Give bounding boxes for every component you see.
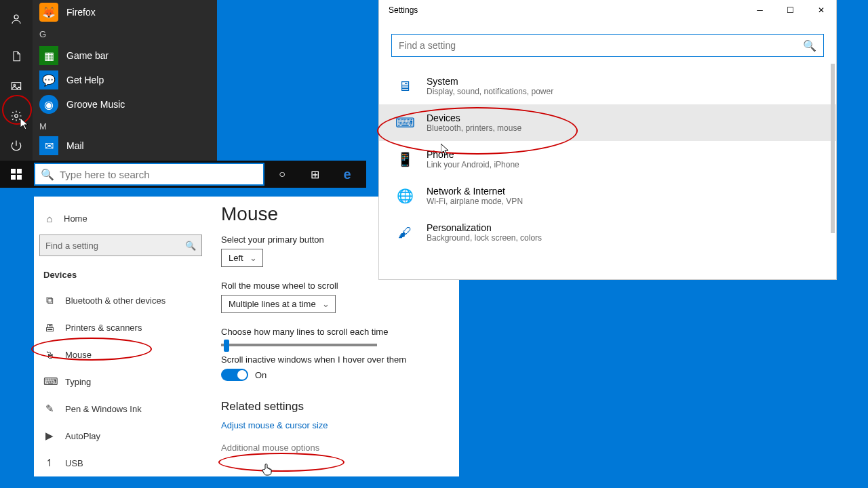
start-menu: 🦊 Firefox G ▦ Game bar 💬 Get Help ◉ Groo… — [0, 0, 217, 161]
taskbar: 🔍 ○ ⊞ e — [0, 161, 366, 188]
system-icon: 🖥 — [395, 77, 414, 96]
nav-printers[interactable]: 🖶 Printers & scanners — [39, 314, 212, 341]
app-label: Game bar — [66, 50, 108, 61]
mouse-settings-nav: ⌂ Home Find a setting 🔍 Devices ⧉ Blueto… — [34, 197, 217, 476]
find-setting-placeholder: Find a setting — [45, 241, 98, 251]
mail-icon: ✉ — [39, 136, 58, 155]
cat-devices[interactable]: ⌨ Devices Bluetooth, printers, mouse — [379, 104, 836, 141]
lines-slider[interactable] — [221, 344, 377, 346]
cat-personalization[interactable]: 🖌 Personalization Background, lock scree… — [379, 214, 836, 251]
toggle-state: On — [255, 370, 267, 380]
svg-point-0 — [14, 15, 18, 19]
primary-button-select[interactable]: Left — [221, 249, 263, 267]
link-adjust-cursor[interactable]: Adjust mouse & cursor size — [221, 420, 452, 430]
svg-rect-5 — [17, 169, 22, 174]
printer-icon: 🖶 — [43, 322, 56, 333]
pictures-icon[interactable] — [3, 73, 30, 100]
search-icon: 🔍 — [185, 241, 196, 251]
network-icon: 🌐 — [395, 186, 414, 205]
titlebar: Settings ─ ☐ ✕ — [379, 0, 836, 20]
app-firefox[interactable]: 🦊 Firefox — [33, 0, 217, 24]
related-heading: Related settings — [221, 400, 452, 413]
devices-header: Devices — [39, 266, 212, 287]
inactive-label: Scroll inactive windows when I hover ove… — [221, 354, 452, 365]
nav-autoplay[interactable]: ▶ AutoPlay — [39, 422, 212, 449]
edge-icon[interactable]: e — [331, 161, 363, 188]
cat-network[interactable]: 🌐 Network & Internet Wi-Fi, airplane mod… — [379, 178, 836, 214]
category-list: 🖥 System Display, sound, notifications, … — [379, 68, 836, 251]
app-mail[interactable]: ✉ Mail — [33, 136, 217, 156]
devices-icon: ⌨ — [395, 113, 414, 132]
nav-home[interactable]: ⌂ Home — [39, 206, 212, 230]
svg-rect-4 — [11, 169, 16, 174]
firefox-icon: 🦊 — [39, 3, 58, 22]
cat-system[interactable]: 🖥 System Display, sound, notifications, … — [379, 68, 836, 104]
taskbar-search[interactable]: 🔍 — [34, 163, 264, 186]
start-rail — [0, 0, 33, 161]
gamebar-icon: ▦ — [39, 46, 58, 65]
phone-icon: 📱 — [395, 150, 414, 169]
nav-mouse[interactable]: 🖱 Mouse — [39, 341, 212, 368]
settings-window: Settings ─ ☐ ✕ 🔍 🖥 System Display, sound… — [379, 0, 836, 279]
taskview-icon[interactable]: ⊞ — [298, 161, 331, 188]
link-additional-mouse[interactable]: Additional mouse options — [221, 443, 452, 453]
pen-icon: ✎ — [43, 403, 56, 415]
svg-rect-6 — [11, 175, 16, 180]
app-label: Mail — [66, 140, 84, 151]
letter-header-m[interactable]: M — [33, 117, 217, 136]
power-icon[interactable] — [3, 132, 30, 159]
inactive-toggle[interactable] — [221, 369, 248, 381]
nav-pen[interactable]: ✎ Pen & Windows Ink — [39, 395, 212, 422]
app-label: Groove Music — [66, 99, 125, 110]
roll-label: Roll the mouse wheel to scroll — [221, 281, 452, 291]
gethelp-icon: 💬 — [39, 70, 58, 89]
user-account-icon[interactable] — [3, 5, 30, 33]
window-title: Settings — [389, 5, 418, 15]
personalization-icon: 🖌 — [395, 223, 414, 242]
cat-phone[interactable]: 📱 Phone Link your Android, iPhone — [379, 141, 836, 178]
groove-icon: ◉ — [39, 95, 58, 114]
nav-typing[interactable]: ⌨ Typing — [39, 368, 212, 395]
keyboard-icon: ⌨ — [43, 375, 56, 388]
close-button[interactable]: ✕ — [806, 0, 836, 20]
letter-header-g[interactable]: G — [33, 24, 217, 43]
app-label: Get Help — [66, 75, 104, 85]
settings-search[interactable]: 🔍 — [391, 34, 824, 57]
roll-select[interactable]: Multiple lines at a time — [221, 295, 336, 313]
maximize-button[interactable]: ☐ — [775, 0, 806, 20]
scrollbar[interactable] — [831, 64, 835, 233]
bluetooth-icon: ⧉ — [43, 294, 56, 306]
cortana-icon[interactable]: ○ — [266, 161, 298, 188]
find-setting-input[interactable]: Find a setting 🔍 — [39, 235, 202, 256]
minimize-button[interactable]: ─ — [745, 0, 775, 20]
autoplay-icon: ▶ — [43, 430, 56, 442]
nav-usb[interactable]: ↿ USB — [39, 449, 212, 476]
mouse-icon: 🖱 — [43, 349, 56, 361]
start-button[interactable] — [0, 161, 33, 188]
slider-thumb[interactable] — [224, 340, 229, 352]
lines-label: Choose how many lines to scroll each tim… — [221, 327, 452, 337]
app-label: Firefox — [66, 7, 96, 18]
settings-search-input[interactable] — [399, 40, 803, 51]
search-icon: 🔍 — [35, 168, 60, 181]
settings-icon[interactable] — [3, 102, 30, 129]
search-icon: 🔍 — [803, 39, 816, 52]
svg-rect-7 — [17, 175, 22, 180]
search-input[interactable] — [60, 169, 263, 180]
svg-rect-1 — [12, 83, 20, 90]
app-groove[interactable]: ◉ Groove Music — [33, 92, 217, 117]
nav-bluetooth[interactable]: ⧉ Bluetooth & other devices — [39, 287, 212, 314]
usb-icon: ↿ — [43, 457, 56, 469]
documents-icon[interactable] — [3, 43, 30, 70]
home-icon: ⌂ — [43, 213, 56, 224]
nav-home-label: Home — [64, 214, 87, 224]
app-gamebar[interactable]: ▦ Game bar — [33, 43, 217, 68]
app-gethelp[interactable]: 💬 Get Help — [33, 68, 217, 92]
svg-point-3 — [15, 115, 18, 118]
start-apps-list: 🦊 Firefox G ▦ Game bar 💬 Get Help ◉ Groo… — [33, 0, 217, 161]
